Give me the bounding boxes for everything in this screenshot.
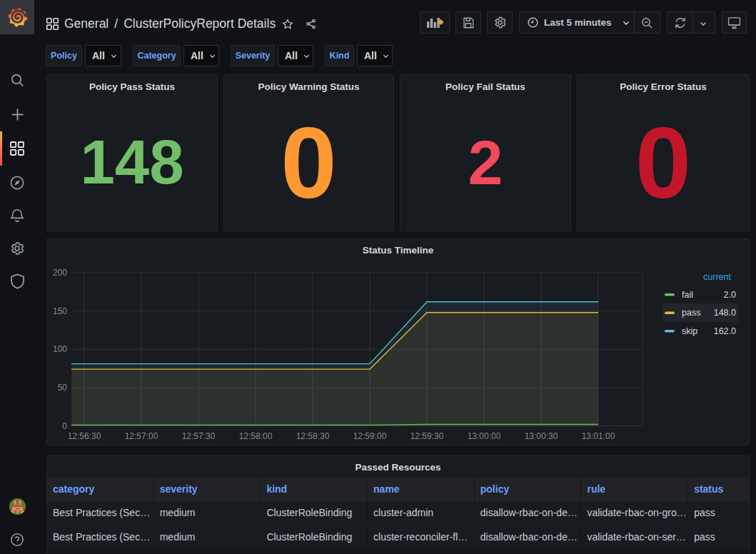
svg-text:13:00:00: 13:00:00 [468, 431, 501, 441]
svg-text:12:59:30: 12:59:30 [410, 431, 444, 441]
svg-text:0: 0 [62, 421, 67, 431]
svg-text:162.0: 162.0 [714, 326, 736, 336]
svg-text:12:58:00: 12:58:00 [239, 431, 273, 441]
svg-text:12:58:30: 12:58:30 [296, 431, 330, 441]
svg-text:current: current [703, 272, 731, 282]
svg-text:2.0: 2.0 [724, 290, 736, 300]
svg-text:12:57:30: 12:57:30 [182, 431, 216, 441]
svg-text:200: 200 [53, 268, 67, 278]
svg-text:12:57:00: 12:57:00 [125, 431, 158, 441]
svg-text:148.0: 148.0 [714, 308, 736, 318]
svg-text:12:59:00: 12:59:00 [353, 431, 387, 441]
svg-text:13:01:00: 13:01:00 [582, 431, 615, 441]
svg-text:12:56:30: 12:56:30 [68, 431, 101, 441]
svg-text:100: 100 [53, 344, 67, 354]
svg-text:50: 50 [58, 383, 68, 393]
svg-text:150: 150 [53, 306, 67, 316]
svg-text:pass: pass [682, 308, 700, 318]
svg-text:fail: fail [682, 290, 693, 300]
svg-text:skip: skip [682, 326, 697, 336]
svg-text:13:00:30: 13:00:30 [525, 431, 558, 441]
